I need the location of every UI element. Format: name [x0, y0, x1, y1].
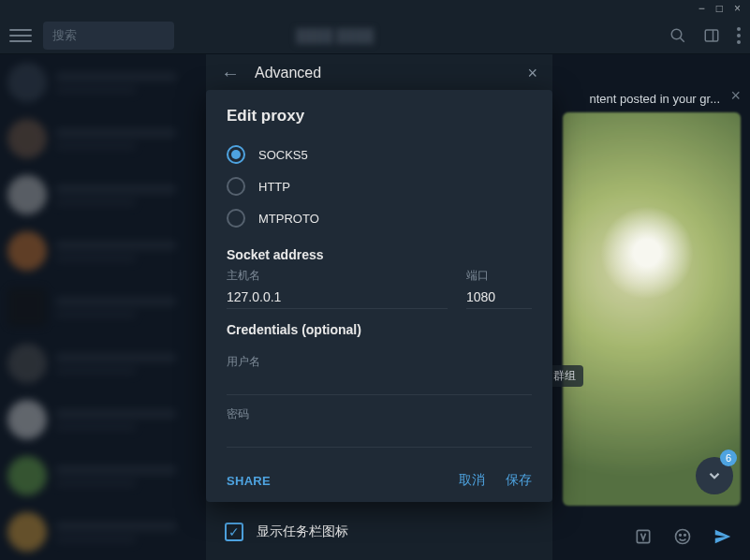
svg-point-0: [671, 29, 682, 39]
username-input[interactable]: [227, 372, 532, 395]
radio-label-socks5: SOCKS5: [258, 148, 308, 162]
advanced-close-icon[interactable]: ×: [527, 64, 537, 83]
host-input[interactable]: [227, 286, 448, 309]
search-icon[interactable]: [669, 27, 686, 44]
search-input[interactable]: 搜索: [43, 22, 174, 50]
radio-socks5[interactable]: SOCKS5: [227, 139, 532, 170]
radio-http[interactable]: HTTP: [227, 170, 532, 202]
message-input-icons: [634, 526, 733, 547]
svg-point-8: [676, 530, 690, 544]
maximize-button[interactable]: □: [716, 2, 723, 15]
radio-label-mtproto: MTPROTO: [258, 212, 319, 226]
panel-icon[interactable]: [703, 27, 720, 44]
unread-badge: 6: [720, 449, 737, 466]
modal-title: Edit proxy: [227, 107, 532, 125]
toast-close-icon[interactable]: ×: [730, 86, 741, 106]
taskbar-checkbox-label: 显示任务栏图标: [257, 523, 348, 540]
radio-icon: [227, 145, 245, 164]
port-input[interactable]: [466, 286, 532, 309]
password-label: 密码: [227, 406, 532, 422]
svg-point-9: [680, 535, 682, 537]
host-label: 主机名: [227, 268, 448, 284]
menu-icon[interactable]: [9, 24, 32, 47]
edit-proxy-modal: Edit proxy SOCKS5 HTTP MTPROTO Socket ad…: [206, 90, 552, 502]
close-window-button[interactable]: ×: [734, 2, 741, 15]
radio-icon: [227, 209, 245, 228]
credentials-section-title: Credentials (optional): [227, 322, 532, 337]
radio-icon: [227, 177, 245, 196]
svg-line-1: [680, 37, 684, 42]
svg-point-10: [684, 535, 686, 537]
svg-point-4: [737, 27, 741, 31]
username-label: 用户名: [227, 354, 532, 370]
port-label: 端口: [466, 268, 532, 284]
chat-title-obscured: ████ ████: [296, 28, 374, 43]
advanced-title: Advanced: [255, 65, 321, 81]
save-button[interactable]: 保存: [506, 472, 532, 489]
share-button[interactable]: SHARE: [227, 474, 271, 488]
toast-text: ntent posted in your gr...: [590, 92, 720, 106]
app-topbar: 搜索 ████ ████: [0, 17, 750, 54]
svg-point-5: [737, 34, 741, 37]
back-icon[interactable]: ←: [221, 63, 240, 84]
format-icon[interactable]: [634, 527, 653, 546]
svg-point-6: [737, 40, 741, 44]
cancel-button[interactable]: 取消: [459, 472, 485, 489]
chat-image: [563, 112, 741, 506]
taskbar-checkbox-row[interactable]: ✓ 显示任务栏图标: [225, 523, 534, 541]
search-placeholder: 搜索: [52, 27, 77, 44]
password-input[interactable]: [227, 424, 532, 448]
minimize-button[interactable]: −: [699, 2, 705, 15]
window-titlebar: − □ ×: [0, 0, 750, 17]
chat-image-flower: [600, 206, 694, 300]
svg-rect-2: [705, 30, 718, 41]
send-icon[interactable]: [713, 526, 733, 547]
radio-mtproto[interactable]: MTPROTO: [227, 202, 532, 234]
chat-list: [0, 54, 197, 560]
emoji-icon[interactable]: [673, 527, 692, 546]
socket-section-title: Socket address: [227, 247, 532, 262]
radio-label-http: HTTP: [258, 180, 290, 194]
checkbox-icon: ✓: [225, 523, 243, 541]
more-icon[interactable]: [737, 27, 741, 44]
